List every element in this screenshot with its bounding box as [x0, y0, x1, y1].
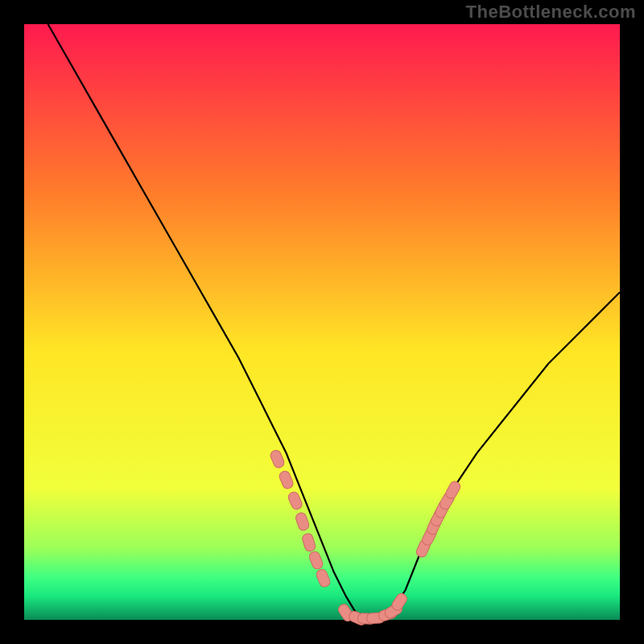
chart-stage: { "watermark": "TheBottleneck.com", "col…: [0, 0, 644, 644]
plot-area: [24, 24, 620, 620]
bottleneck-chart: [0, 0, 644, 644]
watermark-text: TheBottleneck.com: [466, 2, 636, 23]
